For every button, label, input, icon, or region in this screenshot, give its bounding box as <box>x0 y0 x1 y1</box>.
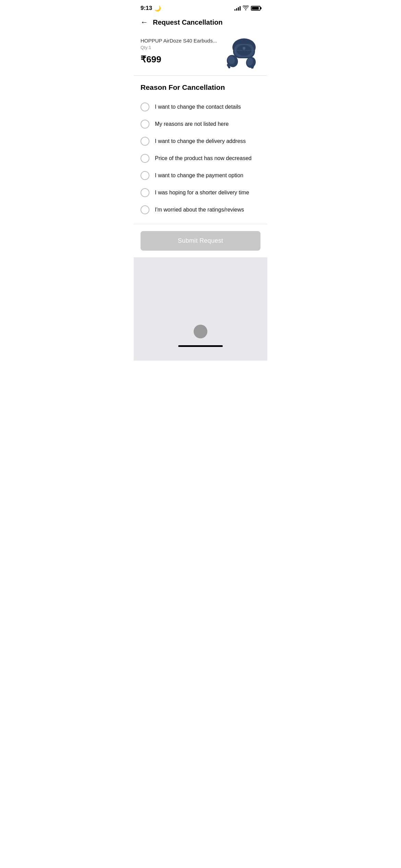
radio-circle-3 <box>141 137 149 146</box>
bottom-gray-area <box>134 258 267 361</box>
radio-label-5: I want to change the payment option <box>155 172 243 179</box>
radio-label-3: I want to change the delivery address <box>155 138 246 144</box>
radio-option-7[interactable]: I'm worried about the ratings/reviews <box>141 201 260 218</box>
radio-label-7: I'm worried about the ratings/reviews <box>155 207 244 213</box>
signal-bars-icon <box>234 6 241 11</box>
product-price: ₹699 <box>141 54 219 65</box>
header: ← Request Cancellation <box>134 14 267 32</box>
radio-circle-4 <box>141 154 149 163</box>
radio-option-2[interactable]: My reasons are not listed here <box>141 116 260 133</box>
radio-option-5[interactable]: I want to change the payment option <box>141 167 260 184</box>
radio-option-6[interactable]: I was hoping for a shorter delivery time <box>141 184 260 201</box>
status-icons <box>234 5 260 11</box>
radio-options-list: I want to change the contact detailsMy r… <box>141 98 260 218</box>
home-indicator-dot <box>194 325 207 338</box>
radio-label-4: Price of the product has now decreased <box>155 155 252 161</box>
product-name: HOPPUP AirDoze S40 Earbuds... <box>141 38 219 44</box>
moon-icon: 🌙 <box>154 5 161 12</box>
wifi-icon <box>243 5 249 11</box>
product-qty: Qty:1 <box>141 45 219 50</box>
radio-option-4[interactable]: Price of the product has now decreased <box>141 150 260 167</box>
radio-circle-7 <box>141 205 149 214</box>
battery-icon <box>251 6 260 11</box>
radio-label-6: I was hoping for a shorter delivery time <box>155 190 249 196</box>
submit-request-button[interactable]: Submit Request <box>141 231 260 251</box>
radio-label-2: My reasons are not listed here <box>155 121 229 127</box>
svg-point-5 <box>243 47 245 50</box>
submit-section: Submit Request <box>134 224 267 257</box>
status-bar: 9:13 🌙 <box>134 0 267 14</box>
home-bar <box>178 345 223 347</box>
status-time: 9:13 <box>141 5 152 12</box>
radio-circle-1 <box>141 103 149 111</box>
radio-circle-2 <box>141 120 149 129</box>
radio-option-1[interactable]: I want to change the contact details <box>141 98 260 116</box>
radio-circle-5 <box>141 171 149 180</box>
section-title: Reason For Cancellation <box>141 83 260 92</box>
product-info: HOPPUP AirDoze S40 Earbuds... Qty:1 ₹699 <box>141 38 219 65</box>
product-section: HOPPUP AirDoze S40 Earbuds... Qty:1 ₹699 <box>134 32 267 75</box>
radio-circle-6 <box>141 188 149 197</box>
page-title: Request Cancellation <box>153 19 222 26</box>
back-button[interactable]: ← <box>141 18 148 27</box>
cancellation-section: Reason For Cancellation I want to change… <box>134 76 267 224</box>
radio-label-1: I want to change the contact details <box>155 104 241 110</box>
product-image <box>223 38 260 69</box>
radio-option-3[interactable]: I want to change the delivery address <box>141 133 260 150</box>
